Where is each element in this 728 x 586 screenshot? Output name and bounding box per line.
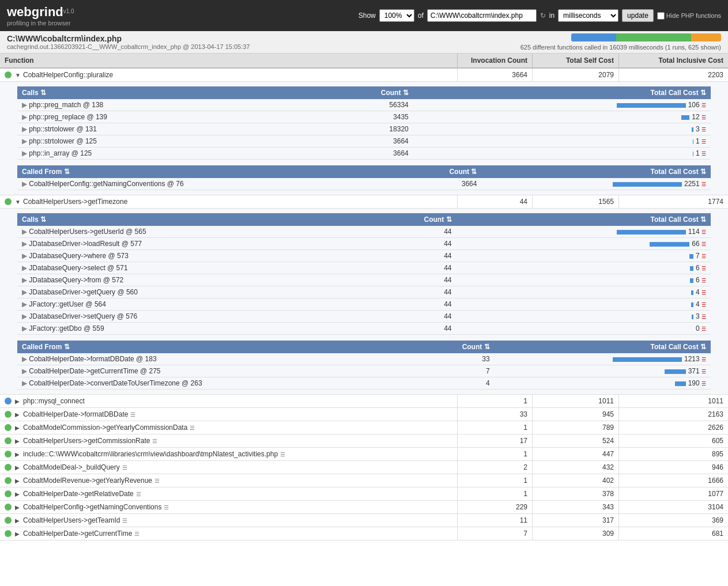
call-icon[interactable]: ☰ [701,127,706,133]
cf-icon[interactable]: ☰ [701,357,706,362]
expand-button[interactable]: ▶ [15,398,21,404]
calls-header-0[interactable]: Calls ⇅ [17,213,361,226]
function-indicator [5,411,12,418]
refresh-icon[interactable]: ↻ [540,12,546,20]
list-icon[interactable]: ☰ [190,425,195,431]
call-icon[interactable]: ☰ [701,254,706,259]
call-count: 44 [361,286,457,298]
call-icon[interactable]: ☰ [701,139,706,145]
self-cost-header[interactable]: Total Self Cost [532,54,618,67]
function-main-row[interactable]: ▶php::mysql_connect110111011 [0,395,728,407]
expand-button[interactable]: ▶ [15,411,21,418]
function-main-row[interactable]: ▼CobaltHelperConfig::pluralize3664207922… [0,69,728,81]
cf-name: ▶ CobaltHelperDate->convertDateToUserTim… [17,377,417,390]
function-header[interactable]: Function [0,54,457,67]
function-main-row[interactable]: ▼CobaltHelperUsers->getTimezone441565177… [0,195,728,208]
self-cost: 524 [532,434,618,447]
inclusive-cost-header[interactable]: Total Inclusive Cost [618,54,728,67]
call-icon[interactable]: ☰ [701,290,706,296]
call-icon[interactable]: ☰ [701,314,706,320]
show-select[interactable]: 100% 90% 75% 50% [379,9,414,22]
function-name: CobaltHelperConfig::pluralize [23,71,452,79]
call-icon[interactable]: ☰ [701,302,706,308]
function-main-row[interactable]: ▶CobaltHelperDate->getRelativeDate☰13781… [0,487,728,500]
function-indicator [5,451,12,458]
cf-header-1[interactable]: Count ⇅ [399,165,482,178]
calls-header-1[interactable]: Count ⇅ [302,86,413,99]
expand-button[interactable]: ▶ [15,531,21,537]
calls-header-2[interactable]: Total Call Cost ⇅ [457,213,711,226]
header-controls: Show 100% 90% 75% 50% of ↻ in millisecon… [359,9,721,22]
function-main-row[interactable]: ▶CobaltHelperUsers->getTeamId☰11317369 [0,514,728,527]
call-icon[interactable]: ☰ [701,278,706,283]
inclusive-cost: 1666 [618,474,728,487]
expand-button[interactable]: ▶ [15,504,21,511]
call-icon[interactable]: ☰ [701,151,706,157]
cf-header-2[interactable]: Total Call Cost ⇅ [495,341,711,353]
cf-icon[interactable]: ☰ [701,381,706,387]
update-button[interactable]: update [622,9,654,22]
cf-header-0[interactable]: Called From ⇅ [17,341,417,353]
called-from-row: ▶ CobaltHelperConfig::getNamingConventio… [17,178,711,190]
expand-button[interactable]: ▶ [15,464,21,471]
called-from-row: ▶ CobaltHelperDate->formatDBDate @ 18333… [17,353,711,365]
call-icon[interactable]: ☰ [701,326,706,332]
bar-orange [691,33,721,41]
calls-header-0[interactable]: Calls ⇅ [17,86,302,99]
expand-button[interactable]: ▼ [15,199,21,205]
list-icon[interactable]: ☰ [154,478,160,484]
call-icon[interactable]: ☰ [701,266,706,271]
call-icon[interactable]: ☰ [701,115,706,120]
function-main-row[interactable]: ▶CobaltHelperConfig->getNamingConvention… [0,501,728,513]
show-label: Show [359,12,376,20]
cf-header-1[interactable]: Count ⇅ [417,341,495,353]
cf-header-0[interactable]: Called From ⇅ [17,165,399,178]
hide-php-label[interactable]: Hide PHP functions [657,12,721,20]
hide-php-checkbox[interactable] [657,12,665,20]
calls-header-2[interactable]: Total Call Cost ⇅ [413,86,711,99]
list-icon[interactable]: ☰ [122,517,127,524]
expand-button[interactable]: ▶ [15,451,21,458]
list-icon[interactable]: ☰ [152,438,157,444]
invocation-header[interactable]: Invocation Count [457,54,532,67]
cf-icon[interactable]: ☰ [701,369,706,375]
called-from-table: Called From ⇅Count ⇅Total Call Cost ⇅▶ C… [17,341,711,390]
call-icon[interactable]: ☰ [701,241,706,247]
function-indicator [5,424,12,431]
invocation-count: 1 [457,448,532,460]
expand-button[interactable]: ▶ [15,438,21,444]
list-icon[interactable]: ☰ [122,464,127,471]
call-count: 44 [361,226,457,238]
list-icon[interactable]: ☰ [130,411,135,418]
expand-button[interactable]: ▶ [15,425,21,431]
file-input[interactable] [427,9,537,22]
list-icon[interactable]: ☰ [134,531,139,537]
expand-button[interactable]: ▶ [15,517,21,524]
expand-button[interactable]: ▶ [15,478,21,484]
list-icon[interactable]: ☰ [164,504,169,511]
self-cost: 1011 [532,395,618,407]
function-main-row[interactable]: ▶CobaltModelCommission->getYearlyCommiss… [0,421,728,434]
function-main-row[interactable]: ▶CobaltModelRevenue->getYearlyRevenue☰14… [0,474,728,487]
calls-header-1[interactable]: Count ⇅ [361,213,457,226]
expand-button[interactable]: ▼ [15,72,21,78]
function-main-row[interactable]: ▶include::C:\WWW\cobaltcrm\libraries\crm… [0,448,728,460]
cf-icon[interactable]: ☰ [701,182,706,187]
cf-header-2[interactable]: Total Call Cost ⇅ [481,165,711,178]
function-main-row[interactable]: ▶CobaltHelperDate->formatDBDate☰33945216… [0,408,728,421]
units-select[interactable]: milliseconds microseconds [558,9,618,22]
list-icon[interactable]: ☰ [280,451,285,458]
scroll-container[interactable]: Function Invocation Count Total Self Cos… [0,54,728,581]
invocation-count: 11 [457,514,532,527]
calls-row: ▶ CobaltHelperUsers->getUserId @ 5654411… [17,226,711,238]
call-count: 44 [361,250,457,262]
function-main-row[interactable]: ▶CobaltHelperDate->getCurrentTime☰730968… [0,527,728,540]
function-main-row[interactable]: ▶CobaltModelDeal->_buildQuery☰2432946 [0,461,728,474]
call-icon[interactable]: ☰ [701,103,706,108]
calls-row: ▶ JDatabaseQuery->select @ 571446 ☰ [17,262,711,274]
expand-button[interactable]: ▶ [15,491,21,497]
list-icon[interactable]: ☰ [136,491,141,497]
call-icon[interactable]: ☰ [701,229,706,235]
function-main-row[interactable]: ▶CobaltHelperUsers->getCommissionRate☰17… [0,434,728,447]
self-cost: 402 [532,474,618,487]
